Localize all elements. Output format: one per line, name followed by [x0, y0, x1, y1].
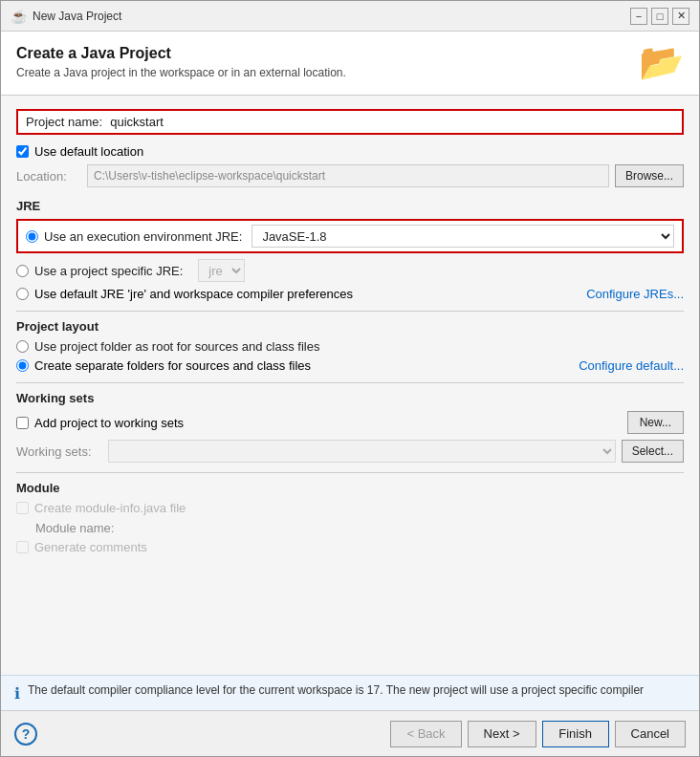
new-java-project-dialog: ☕ New Java Project − □ ✕ Create a Java P…: [0, 0, 700, 757]
back-button[interactable]: < Back: [390, 721, 461, 747]
jre-env-select[interactable]: JavaSE-1.8: [252, 225, 674, 248]
footer-buttons: < Back Next > Finish Cancel: [390, 721, 686, 747]
jre-default-radio[interactable]: [16, 288, 29, 300]
use-default-location-label[interactable]: Use default location: [34, 144, 143, 159]
jre-project-select: jre: [198, 259, 245, 282]
layout-folder-radio[interactable]: [16, 340, 29, 353]
new-working-set-button[interactable]: New...: [627, 411, 684, 434]
jre-env-label: Use an execution environment JRE:: [44, 229, 242, 244]
content-area: Project name: Use default location Locat…: [1, 96, 699, 675]
project-name-input[interactable]: [110, 115, 674, 129]
layout-separate-radio[interactable]: [16, 359, 29, 372]
project-name-label: Project name:: [26, 115, 102, 129]
layout-folder-label[interactable]: Use project folder as root for sources a…: [34, 339, 319, 354]
finish-button[interactable]: Finish: [542, 721, 609, 747]
maximize-button[interactable]: □: [651, 8, 668, 25]
close-button[interactable]: ✕: [672, 8, 689, 25]
folder-icon: 📂: [639, 41, 684, 83]
module-section-title: Module: [16, 481, 684, 495]
working-sets-title: Working sets: [16, 391, 684, 405]
jre-default-label[interactable]: Use default JRE 'jre' and workspace comp…: [34, 287, 353, 301]
next-button[interactable]: Next >: [468, 721, 536, 747]
help-button[interactable]: ?: [14, 723, 37, 746]
use-default-location-row: Use default location: [16, 144, 684, 159]
layout-option2-row: Create separate folders for sources and …: [16, 358, 684, 373]
module-name-row: Module name:: [35, 521, 684, 535]
configure-jres-link[interactable]: Configure JREs...: [586, 287, 684, 301]
create-module-info-label: Create module-info.java file: [34, 501, 186, 515]
jre-option2-row: Use a project specific JRE: jre: [16, 259, 684, 282]
jre-project-label[interactable]: Use a project specific JRE:: [34, 264, 183, 278]
working-sets-add-row: Add project to working sets New...: [16, 411, 684, 434]
add-to-working-sets-checkbox[interactable]: [16, 417, 29, 429]
java-project-icon: ☕: [11, 9, 27, 24]
project-name-row: Project name:: [16, 109, 684, 135]
working-sets-label: Working sets:: [16, 444, 102, 459]
browse-button[interactable]: Browse...: [615, 164, 684, 187]
jre-project-radio[interactable]: [16, 265, 29, 277]
jre-option1-row: Use an execution environment JRE: JavaSE…: [16, 219, 684, 253]
generate-comments-label: Generate comments: [34, 540, 147, 554]
header-text: Create a Java Project Create a Java proj…: [16, 45, 346, 79]
jre-section-title: JRE: [16, 199, 684, 213]
working-sets-input-row: Working sets: Select...: [16, 440, 684, 463]
generate-comments-row: Generate comments: [16, 540, 684, 554]
title-bar-left: ☕ New Java Project: [11, 9, 121, 24]
select-working-set-button[interactable]: Select...: [622, 440, 684, 463]
project-layout-title: Project layout: [16, 319, 684, 334]
header: Create a Java Project Create a Java proj…: [1, 32, 699, 96]
page-title: Create a Java Project: [16, 45, 346, 62]
layout-separate-label[interactable]: Create separate folders for sources and …: [34, 358, 311, 373]
create-module-info-row: Create module-info.java file: [16, 501, 684, 515]
layout-option1-row: Use project folder as root for sources a…: [16, 339, 684, 354]
generate-comments-checkbox: [16, 541, 29, 553]
info-bar: ℹ The default compiler compliance level …: [1, 675, 699, 710]
use-default-location-checkbox[interactable]: [16, 145, 29, 158]
location-label: Location:: [16, 169, 81, 184]
location-row: Location: Browse...: [16, 164, 684, 187]
footer: ? < Back Next > Finish Cancel: [1, 710, 699, 756]
working-sets-select: [108, 440, 616, 463]
create-module-info-checkbox: [16, 502, 29, 514]
dialog-title: New Java Project: [33, 10, 121, 23]
add-to-working-sets-label[interactable]: Add project to working sets: [34, 416, 184, 430]
jre-env-radio[interactable]: [26, 230, 38, 243]
page-subtitle: Create a Java project in the workspace o…: [16, 66, 346, 79]
title-bar-controls: − □ ✕: [630, 8, 689, 25]
module-name-label: Module name:: [35, 521, 114, 535]
minimize-button[interactable]: −: [630, 8, 647, 25]
jre-option3-row: Use default JRE 'jre' and workspace comp…: [16, 287, 684, 301]
configure-default-link[interactable]: Configure default...: [579, 358, 684, 373]
title-bar: ☕ New Java Project − □ ✕: [1, 1, 699, 32]
info-text: The default compiler compliance level fo…: [28, 683, 644, 697]
cancel-button[interactable]: Cancel: [615, 721, 686, 747]
info-icon: ℹ: [14, 684, 20, 703]
location-input[interactable]: [87, 164, 609, 187]
